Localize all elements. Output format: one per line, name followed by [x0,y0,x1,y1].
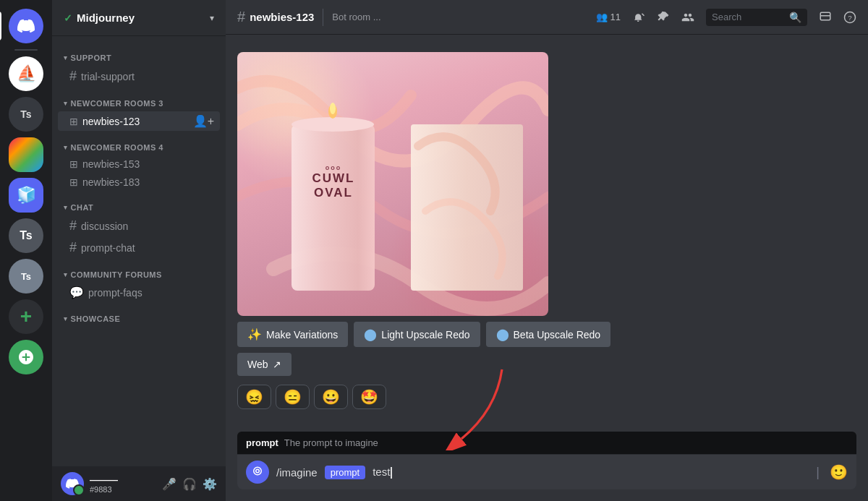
emoji-reactions: 😖 😑 😀 🤩 [237,382,856,412]
user-footer: ——— #9883 🎤 🎧 ⚙️ [52,466,226,501]
beta-upscale-redo-button[interactable]: ⬤ Beta Upscale Redo [486,322,611,347]
user-avatar [61,472,84,495]
channel-prompt-faqs[interactable]: 💬 prompt-faqs [58,283,220,302]
server-icon-ts1[interactable]: Ts [9,97,43,132]
topbar-divider [323,9,323,26]
server-icon-t[interactable]: Ts [9,218,43,253]
make-variations-icon: ✨ [247,327,262,341]
members-count: 👥 11 [596,12,621,22]
notification-icon[interactable] [632,11,645,24]
server-divider [14,49,38,51]
channel-newbies-183[interactable]: ⊞ newbies-183 [58,174,220,191]
web-link-icon: ↗ [273,359,281,370]
svg-point-6 [292,117,374,132]
category-arrow: ▾ [64,204,68,211]
main-content: # newbies-123 Bot room ... 👥 11 🔍 [226,0,868,501]
topbar-description: Bot room ... [332,12,380,22]
category-newcomer-4[interactable]: ▾ NEWCOMER ROOMS 4 [52,132,226,155]
input-text-value[interactable]: test [373,466,806,479]
headset-icon[interactable]: 🎧 [182,477,197,491]
topbar-channel-name: # newbies-123 [237,9,314,25]
category-showcase[interactable]: ▾ SHOWCASE [52,303,226,326]
emoji-reaction-4[interactable]: 🤩 [352,385,386,409]
svg-rect-5 [292,124,375,291]
emoji-reaction-3[interactable]: 😀 [314,385,348,409]
input-field[interactable]: /imagine prompt test | 🙂 [237,455,856,489]
emoji-picker-button[interactable]: 🙂 [830,463,848,481]
add-member-icon[interactable]: 👤+ [193,114,214,128]
channel-hash-icon: # [69,69,77,84]
slash-command-text: /imagine [276,466,318,479]
web-button[interactable]: Web ↗ [237,353,292,376]
server-icon-discord[interactable] [9,9,43,43]
category-forums[interactable]: ▾ COMMUNITY FORUMS [52,259,226,282]
channel-hash-icon: ⊞ [69,116,78,127]
mute-icon[interactable]: 🎤 [162,477,176,491]
emoji-reaction-1[interactable]: 😖 [237,385,271,409]
help-icon[interactable]: ? [843,11,856,24]
svg-text:?: ? [848,13,852,21]
server-name: ✓ Midjourney [64,12,135,24]
light-upscale-redo-button[interactable]: ⬤ Light Upscale Redo [354,322,480,347]
emoji-reaction-2[interactable]: 😑 [276,385,310,409]
footer-icons: 🎤 🎧 ⚙️ [162,477,217,491]
category-chat[interactable]: ▾ CHAT [52,192,226,215]
generated-image: ooo CUWL OVAL [237,52,548,316]
action-buttons-row2: Web ↗ [237,353,856,376]
settings-icon[interactable]: ⚙️ [203,477,217,491]
chat-area: ooo CUWL OVAL ✨ Make Variations ⬤ Light … [226,35,868,432]
channel-hash-icon: ⊞ [69,176,78,188]
server-icon-sail[interactable]: ⛵ [9,56,43,91]
members-list-icon[interactable] [681,11,694,24]
add-server-button[interactable]: + [9,299,43,334]
input-bar: prompt The prompt to imagine /imagine pr… [226,432,868,501]
search-input[interactable] [712,12,785,22]
light-upscale-icon: ⬤ [364,327,377,341]
server-header[interactable]: ✓ Midjourney ▾ [52,0,226,36]
channel-discussion[interactable]: # discussion [58,215,220,236]
svg-point-8 [330,103,336,114]
server-icon-green[interactable] [9,340,43,374]
slash-command-tooltip: prompt The prompt to imagine [237,432,856,455]
category-arrow: ▾ [64,144,68,151]
category-arrow: ▾ [64,315,68,322]
category-arrow: ▾ [64,271,68,278]
members-icon: 👥 [596,12,608,22]
verified-checkmark: ✓ [64,12,72,24]
channel-hash-icon: # [69,240,77,255]
topbar-right: 👥 11 🔍 ? [596,9,856,26]
channel-hash-icon: ⊞ [69,158,78,170]
category-arrow: ▾ [64,54,68,61]
server-icon-colorful[interactable] [9,137,43,172]
pin-icon[interactable] [657,11,670,24]
prompt-tag: prompt [325,466,365,479]
channel-sidebar: ✓ Midjourney ▾ ▾ SUPPORT # trial-support… [52,0,226,501]
make-variations-button[interactable]: ✨ Make Variations [237,322,348,347]
inbox-icon[interactable] [819,11,832,24]
channel-prompt-chat[interactable]: # prompt-chat [58,237,220,258]
user-discriminator: #9883 [90,485,118,494]
cursor-separator: | [816,465,820,480]
svg-line-0 [642,13,644,15]
search-icon: 🔍 [789,12,801,23]
action-buttons-row1: ✨ Make Variations ⬤ Light Upscale Redo ⬤… [237,322,856,347]
channel-trial-support[interactable]: # trial-support [58,66,220,87]
message-container: ooo CUWL OVAL ✨ Make Variations ⬤ Light … [237,46,856,418]
channel-newbies-123[interactable]: ⊞ newbies-123 👤+ [58,111,220,131]
text-cursor [391,467,392,479]
channel-list: ▾ SUPPORT # trial-support ▾ NEWCOMER ROO… [52,36,226,466]
username: ——— [90,474,118,485]
topbar-hash-icon: # [237,9,245,25]
server-icon-purple[interactable]: 🧊 [9,178,43,213]
category-support[interactable]: ▾ SUPPORT [52,42,226,65]
search-bar[interactable]: 🔍 [706,9,807,26]
channel-newbies-153[interactable]: ⊞ newbies-153 [58,155,220,173]
beta-upscale-icon: ⬤ [496,327,509,341]
server-dropdown-arrow: ▾ [210,13,214,23]
candle-brand: CUWL [301,171,366,186]
server-icon-ts2[interactable]: Ts [9,259,43,294]
category-newcomer-3[interactable]: ▾ NEWCOMER ROOMS 3 [52,87,226,111]
server-sidebar: ⛵ Ts 🧊 Ts Ts + [0,0,52,501]
user-info: ——— #9883 [90,474,118,494]
topbar: # newbies-123 Bot room ... 👥 11 🔍 [226,0,868,35]
